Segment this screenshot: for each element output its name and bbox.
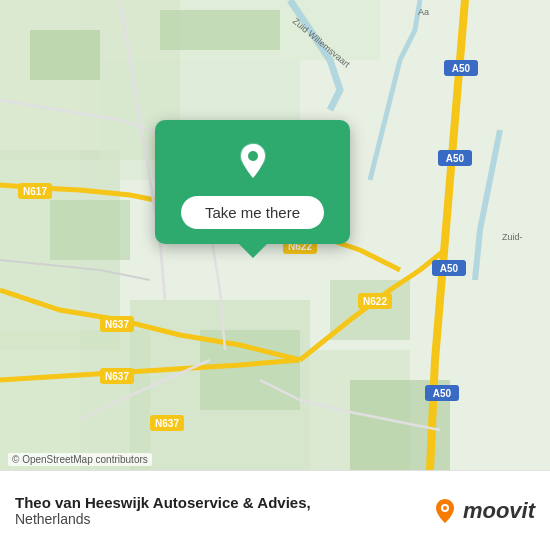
place-name: Theo van Heeswijk Autoservice & Advies,	[15, 494, 311, 511]
svg-rect-11	[50, 200, 130, 260]
svg-text:Aa: Aa	[418, 7, 429, 17]
svg-text:A50: A50	[440, 263, 459, 274]
map-container[interactable]: Zuid Willemsvaart Aa Zuid- N617 N637 N63…	[0, 0, 550, 470]
moovit-logo[interactable]: moovit	[431, 497, 535, 525]
svg-point-41	[443, 506, 447, 510]
svg-text:A50: A50	[446, 153, 465, 164]
take-me-there-button[interactable]: Take me there	[181, 196, 324, 229]
location-popup: Take me there	[155, 120, 350, 244]
location-pin-icon	[231, 140, 275, 184]
svg-point-39	[248, 151, 258, 161]
svg-text:Zuid-: Zuid-	[502, 232, 523, 242]
svg-text:N617: N617	[23, 186, 47, 197]
svg-text:N637: N637	[105, 319, 129, 330]
svg-rect-10	[160, 10, 280, 50]
svg-text:A50: A50	[452, 63, 471, 74]
map-attribution: © OpenStreetMap contributors	[8, 453, 152, 466]
place-info: Theo van Heeswijk Autoservice & Advies, …	[15, 494, 311, 527]
svg-text:N637: N637	[105, 371, 129, 382]
svg-text:A50: A50	[433, 388, 452, 399]
moovit-pin-icon	[431, 497, 459, 525]
moovit-brand-text: moovit	[463, 498, 535, 524]
svg-text:N622: N622	[363, 296, 387, 307]
svg-text:N637: N637	[155, 418, 179, 429]
place-country: Netherlands	[15, 511, 311, 527]
svg-rect-13	[330, 280, 410, 340]
popup-tail	[239, 244, 267, 258]
bottom-bar: Theo van Heeswijk Autoservice & Advies, …	[0, 470, 550, 550]
svg-rect-9	[30, 30, 100, 80]
